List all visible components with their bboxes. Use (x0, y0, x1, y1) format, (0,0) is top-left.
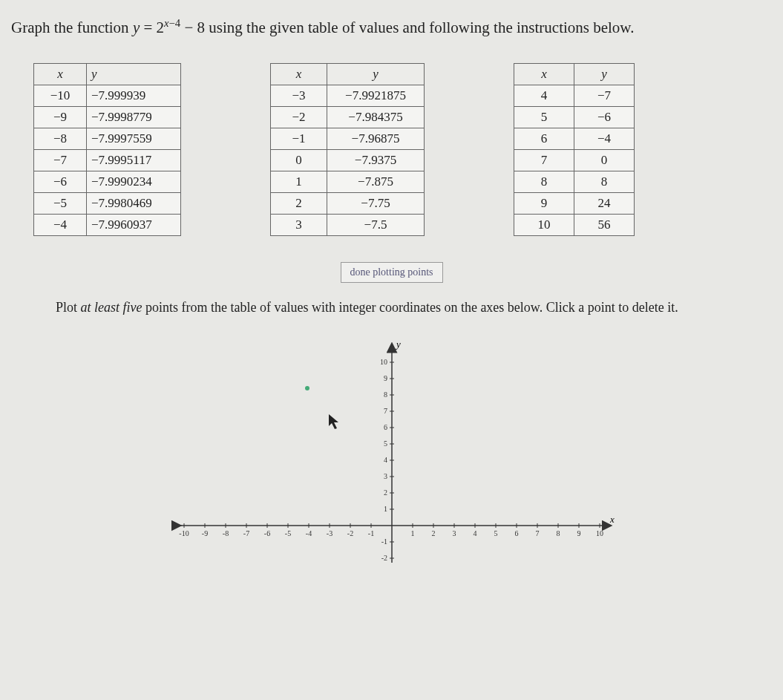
table-1-body: −10−7.999939−9−7.9998779−8−7.9997559−7−7… (34, 85, 181, 235)
plot-instruction: Plot at least five points from the table… (56, 298, 735, 318)
coordinate-axes[interactable]: y x -10-9-8-7-6-5-4-3-2-1123456789101234… (162, 333, 622, 570)
table-cell: −7.75 (327, 192, 425, 214)
table-2-body: −3−7.9921875−2−7.984375−1−7.968750−7.937… (271, 85, 425, 235)
table-row: 0−7.9375 (271, 149, 425, 171)
svg-text:2: 2 (384, 488, 387, 497)
table-row: −1−7.96875 (271, 128, 425, 149)
table-cell: 8 (574, 171, 635, 192)
svg-text:-3: -3 (326, 529, 332, 537)
table-row: 3−7.5 (271, 214, 425, 235)
table-row: −4−7.9960937 (34, 214, 181, 235)
svg-text:5: 5 (494, 529, 497, 537)
table-cell: −2 (271, 106, 327, 128)
svg-text:6: 6 (384, 423, 387, 431)
svg-text:-7: -7 (243, 529, 249, 537)
svg-text:-4: -4 (305, 529, 311, 537)
table-row: −9−7.9998779 (34, 106, 181, 128)
table-cell: −5 (34, 192, 87, 214)
table-header-y: y (327, 63, 425, 85)
table-cell: 10 (514, 214, 574, 235)
table-row: 88 (514, 171, 635, 192)
question-text: Graph the function y = 2x−4 − 8 using th… (11, 15, 772, 41)
svg-text:8: 8 (556, 529, 560, 537)
table-cell: −7.9921875 (327, 85, 425, 106)
table-cell: 6 (514, 128, 574, 149)
svg-text:4: 4 (384, 456, 387, 464)
table-header-x: x (34, 63, 87, 85)
table-cell: 9 (514, 192, 574, 214)
table-cell: −7 (574, 85, 635, 106)
table-cell: −7.875 (327, 171, 425, 192)
table-cell: 2 (271, 192, 327, 214)
table-row: 6−4 (514, 128, 635, 149)
table-row: 2−7.75 (271, 192, 425, 214)
table-cell: −3 (271, 85, 327, 106)
table-cell: −7.9998779 (87, 106, 181, 128)
table-cell: 7 (514, 149, 574, 171)
svg-text:1: 1 (410, 529, 414, 537)
svg-text:-2: -2 (347, 529, 353, 537)
table-1: x y −10−7.999939−9−7.9998779−8−7.9997559… (33, 63, 181, 236)
table-row: −2−7.984375 (271, 106, 425, 128)
table-row: 5−6 (514, 106, 635, 128)
table-cell: −10 (34, 85, 87, 106)
svg-text:-9: -9 (201, 529, 207, 537)
svg-text:10: 10 (380, 358, 387, 366)
svg-text:8: 8 (384, 390, 387, 399)
svg-text:-1: -1 (367, 529, 373, 537)
table-header-x: x (271, 63, 327, 85)
svg-text:7: 7 (535, 529, 539, 537)
svg-text:9: 9 (577, 529, 580, 537)
svg-text:3: 3 (452, 529, 456, 537)
table-row: 1−7.875 (271, 171, 425, 192)
table-cell: 1 (271, 171, 327, 192)
table-row: −8−7.9997559 (34, 128, 181, 149)
x-axis-label: x (609, 514, 615, 525)
table-header-y: y (574, 63, 635, 85)
table-header-y: y (87, 63, 181, 85)
y-axis-label: y (395, 338, 401, 350)
table-row: −6−7.9990234 (34, 171, 181, 192)
svg-text:9: 9 (384, 374, 387, 382)
table-cell: −7.9990234 (87, 171, 181, 192)
table-cell: −1 (271, 128, 327, 149)
table-cell: 4 (514, 85, 574, 106)
svg-text:-5: -5 (284, 529, 290, 537)
table-header-x: x (514, 63, 574, 85)
table-cell: 56 (574, 214, 635, 235)
svg-text:2: 2 (431, 529, 435, 537)
table-cell: −7.9960937 (87, 214, 181, 235)
svg-text:-8: -8 (222, 529, 228, 537)
done-plotting-button[interactable]: done plotting points (341, 262, 443, 283)
table-row: −3−7.9921875 (271, 85, 425, 106)
table-row: 1056 (514, 214, 635, 235)
svg-text:4: 4 (473, 529, 476, 537)
table-cell: −7.96875 (327, 128, 425, 149)
table-cell: −4 (574, 128, 635, 149)
svg-text:-10: -10 (179, 529, 189, 537)
table-cell: 8 (514, 171, 574, 192)
table-cell: 5 (514, 106, 574, 128)
svg-text:6: 6 (514, 529, 518, 537)
table-cell: 24 (574, 192, 635, 214)
table-cell: −7.5 (327, 214, 425, 235)
table-cell: −8 (34, 128, 87, 149)
graph-area[interactable]: y x -10-9-8-7-6-5-4-3-2-1123456789101234… (11, 333, 772, 570)
table-cell: −7.9375 (327, 149, 425, 171)
table-row: 70 (514, 149, 635, 171)
svg-text:5: 5 (384, 439, 387, 448)
svg-text:3: 3 (384, 472, 387, 480)
table-cell: −9 (34, 106, 87, 128)
table-3: x y 4−75−66−470889241056 (514, 63, 635, 236)
table-row: −7−7.9995117 (34, 149, 181, 171)
table-row: −5−7.9980469 (34, 192, 181, 214)
table-cell: 0 (574, 149, 635, 171)
table-2: x y −3−7.9921875−2−7.984375−1−7.968750−7… (270, 63, 425, 236)
table-cell: −7.9997559 (87, 128, 181, 149)
svg-text:1: 1 (384, 505, 387, 513)
table-cell: −7.9980469 (87, 192, 181, 214)
table-cell: −7.9995117 (87, 149, 181, 171)
table-cell: −7.984375 (327, 106, 425, 128)
plotted-point[interactable] (305, 386, 309, 390)
table-row: 924 (514, 192, 635, 214)
